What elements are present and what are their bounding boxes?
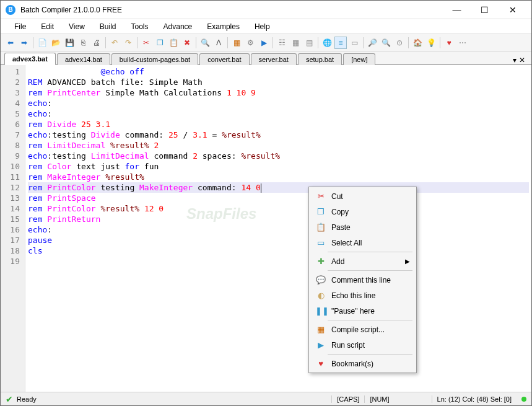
run-button[interactable]: ▶ xyxy=(258,37,270,49)
tool1-button[interactable]: ☷ xyxy=(276,37,288,49)
tabbar-controls: ▾ ✕ xyxy=(513,56,528,64)
add-icon: ✚ xyxy=(315,257,326,266)
code-line[interactable]: pause xyxy=(28,235,529,245)
tab-advex14-bat[interactable]: advex14.bat xyxy=(57,53,110,65)
window-controls: — ☐ ✕ xyxy=(443,1,526,19)
tab-setup-bat[interactable]: setup.bat xyxy=(298,53,342,65)
code-line[interactable]: echo:testing LimitDecimal command 2 spac… xyxy=(28,151,529,161)
ctx-cut[interactable]: ✂Cut xyxy=(310,188,415,204)
close-button[interactable]: ✕ xyxy=(499,1,526,19)
copy-button[interactable]: ❐ xyxy=(154,37,166,49)
ctx-select-all[interactable]: ▭Select All xyxy=(310,235,415,250)
code-line[interactable]: echo: xyxy=(28,98,529,108)
code-line[interactable] xyxy=(28,256,529,267)
ctx-comment-this-line[interactable]: 💬Comment this line xyxy=(310,272,415,288)
ctx-copy[interactable]: ❐Copy xyxy=(310,204,415,219)
tool4-button[interactable]: ▭ xyxy=(348,37,360,49)
minimize-button[interactable]: — xyxy=(443,1,471,19)
code-line[interactable]: rem PrintCenter Simple Math Calculations… xyxy=(28,87,529,98)
globe-icon[interactable]: 🌐 xyxy=(321,37,333,49)
tab-build-custom-pages-bat[interactable]: build-custom-pages.bat xyxy=(111,53,198,65)
bookmark-button[interactable]: ♥ xyxy=(443,37,455,49)
back-button[interactable]: ⬅ xyxy=(4,37,17,49)
menu-build[interactable]: Build xyxy=(94,20,123,33)
status-caps: [CAPS] xyxy=(331,395,364,403)
code-line[interactable]: echo: xyxy=(28,224,529,235)
run-script-icon: ▶ xyxy=(315,340,326,350)
redo-button[interactable]: ↷ xyxy=(122,37,134,49)
save-all-button[interactable]: ⎘ xyxy=(77,37,89,49)
ctx-label: Select All xyxy=(331,239,362,247)
zoom-in-button[interactable]: 🔎 xyxy=(366,37,378,49)
status-check-icon: ✔ xyxy=(6,394,13,404)
ctx-add[interactable]: ✚Add▶ xyxy=(310,254,415,269)
code-line[interactable]: echo: xyxy=(28,108,529,119)
home-button[interactable]: 🏠 xyxy=(411,37,424,49)
cut-button[interactable]: ✂ xyxy=(140,37,152,49)
code-line[interactable]: rem PrintColor testing MakeInteger comma… xyxy=(28,182,529,193)
code-line[interactable]: @echo off xyxy=(28,66,529,77)
menu-advance[interactable]: Advance xyxy=(157,20,199,33)
find-button[interactable]: 🔍 xyxy=(199,37,211,49)
code-line[interactable]: rem Divide 25 3.1 xyxy=(28,119,529,130)
menu-file[interactable]: File xyxy=(8,20,32,33)
code-line[interactable]: REM ADVANCED batch file: Simple Math xyxy=(28,77,529,87)
menu-help[interactable]: Help xyxy=(248,20,276,33)
ctx--pause--here[interactable]: ❚❚"Pause" here xyxy=(310,303,415,319)
paste-icon: 📋 xyxy=(315,223,326,232)
tool2-button[interactable]: ▦ xyxy=(289,37,302,49)
compile-script----icon: ▦ xyxy=(315,325,326,334)
code-line[interactable]: rem Color text just for fun xyxy=(28,161,529,172)
status-ready: Ready xyxy=(17,395,37,403)
code-line[interactable]: echo:testing Divide command: 25 / 3.1 = … xyxy=(28,130,529,140)
ctx-label: "Pause" here xyxy=(331,307,375,316)
ctx-label: Cut xyxy=(331,192,343,201)
replace-button[interactable]: ⴷ xyxy=(212,37,225,49)
tab-server-bat[interactable]: server.bat xyxy=(251,53,297,65)
ctx-bookmark-s-[interactable]: ♥Bookmark(s) xyxy=(310,356,415,371)
ctx-compile-script---[interactable]: ▦Compile script... xyxy=(310,322,415,337)
cut-icon: ✂ xyxy=(315,192,326,201)
tab-close-button[interactable]: ✕ xyxy=(519,56,525,64)
ctx-paste[interactable]: 📋Paste xyxy=(310,219,415,235)
ctx-echo-this-line[interactable]: ◐Echo this line xyxy=(310,288,415,303)
new-file-button[interactable]: 📄 xyxy=(36,37,48,49)
menu-view[interactable]: View xyxy=(63,20,91,33)
forward-button[interactable]: ➡ xyxy=(18,37,30,49)
save-button[interactable]: 💾 xyxy=(63,37,76,49)
more-button[interactable]: ⋯ xyxy=(456,37,469,49)
zoom-reset-button[interactable]: ⊙ xyxy=(393,37,406,49)
paste-button[interactable]: 📋 xyxy=(167,37,180,49)
code-line[interactable]: rem PrintSpace xyxy=(28,193,529,203)
code-line[interactable]: cls xyxy=(28,245,529,256)
compile-button[interactable]: ▦ xyxy=(230,37,243,49)
menu-examples[interactable]: Examples xyxy=(201,20,246,33)
code-line[interactable]: rem PrintColor %result% 12 0 xyxy=(28,203,529,214)
ctx-run-script[interactable]: ▶Run script xyxy=(310,337,415,353)
print-button[interactable]: 🖨 xyxy=(90,37,103,49)
code-line[interactable]: rem LimitDecimal %result% 2 xyxy=(28,140,529,151)
ctx-label: Bookmark(s) xyxy=(331,360,373,368)
wrap-button[interactable]: ≡ xyxy=(334,37,347,49)
delete-button[interactable]: ✖ xyxy=(181,37,193,49)
zoom-out-button[interactable]: 🔍 xyxy=(380,37,392,49)
tool3-button[interactable]: ▤ xyxy=(303,37,315,49)
editor[interactable]: 12345678910111213141516171819 @echo offR… xyxy=(1,65,531,392)
bookmark-s--icon: ♥ xyxy=(315,359,326,368)
code-line[interactable]: rem MakeInteger %result% xyxy=(28,172,529,182)
undo-button[interactable]: ↶ xyxy=(108,37,121,49)
tab-convert-bat[interactable]: convert.bat xyxy=(199,53,249,65)
copy-icon: ❐ xyxy=(315,207,326,216)
help-button[interactable]: 💡 xyxy=(425,37,437,49)
tab-advex3-bat[interactable]: advex3.bat xyxy=(4,53,56,65)
code-area[interactable]: @echo offREM ADVANCED batch file: Simple… xyxy=(25,65,531,392)
menu-edit[interactable]: Edit xyxy=(35,20,60,33)
tab--new-[interactable]: [new] xyxy=(343,53,375,65)
menu-tools[interactable]: Tools xyxy=(125,20,155,33)
maximize-button[interactable]: ☐ xyxy=(471,1,499,19)
open-button[interactable]: 📂 xyxy=(50,37,62,49)
menubar: FileEditViewBuildToolsAdvanceExamplesHel… xyxy=(1,19,531,34)
code-line[interactable]: rem PrintReturn xyxy=(28,214,529,224)
settings-icon[interactable]: ⚙ xyxy=(244,37,256,49)
tab-dropdown-button[interactable]: ▾ xyxy=(513,56,517,64)
